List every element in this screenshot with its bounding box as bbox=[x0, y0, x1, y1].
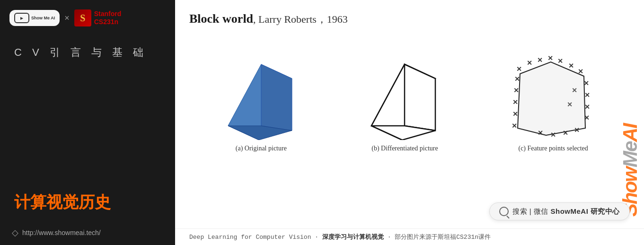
website-icon: ◇ bbox=[12, 228, 18, 238]
stanford-course: CS231n bbox=[94, 18, 122, 26]
svg-text:✕: ✕ bbox=[568, 62, 574, 70]
svg-text:✕: ✕ bbox=[538, 129, 543, 137]
page-title-bold: Block world bbox=[189, 12, 253, 26]
svg-text:✕: ✕ bbox=[537, 56, 543, 64]
svg-text:✕: ✕ bbox=[584, 91, 590, 99]
svg-text:✕: ✕ bbox=[584, 114, 590, 122]
svg-marker-6 bbox=[405, 64, 435, 131]
svg-marker-8 bbox=[518, 62, 585, 135]
svg-text:✕: ✕ bbox=[583, 79, 589, 87]
website-url: http://www.showmeai.tech/ bbox=[22, 229, 101, 236]
stanford-s-icon: S bbox=[74, 9, 91, 26]
svg-text:✕: ✕ bbox=[584, 103, 590, 111]
watermark: ShowMeAI bbox=[619, 14, 642, 217]
stanford-text: Stanford CS231n bbox=[94, 10, 122, 26]
search-icon bbox=[499, 207, 509, 216]
svg-text:✕: ✕ bbox=[513, 87, 519, 94]
block-outline-image bbox=[357, 36, 452, 140]
search-bar[interactable]: 搜索 | 微信 ShowMeAI 研究中心 bbox=[489, 202, 630, 220]
svg-text:✕: ✕ bbox=[514, 75, 520, 83]
main-content: ShowMeAI Block world, Larry Roberts，1963… bbox=[175, 0, 644, 245]
logo-area: Show Me AI × S Stanford CS231n bbox=[9, 9, 166, 26]
image-caption-b: (b) Differentiated picture bbox=[371, 145, 438, 152]
svg-text:✕: ✕ bbox=[512, 110, 518, 118]
svg-text:✕: ✕ bbox=[578, 68, 583, 75]
search-text: 搜索 | 微信 ShowMeAI 研究中心 bbox=[512, 207, 620, 216]
svg-text:✕: ✕ bbox=[557, 57, 563, 65]
sidebar: Show Me AI × S Stanford CS231n C V 引 言 与… bbox=[0, 0, 175, 245]
block-3d-image bbox=[214, 36, 309, 140]
page-title-author: , Larry Roberts，1963 bbox=[253, 13, 348, 25]
footer-bold: 深度学习与计算机视觉 bbox=[322, 234, 384, 241]
svg-text:✕: ✕ bbox=[550, 131, 556, 139]
block-features-image: ✕ ✕ ✕ ✕ ✕ ✕ ✕ ✕ ✕ ✕ ✕ ✕ ✕ ✕ ✕ bbox=[501, 36, 605, 140]
watermark-me: Me bbox=[619, 142, 642, 167]
svg-text:✕: ✕ bbox=[516, 65, 522, 73]
website-row[interactable]: ◇ http://www.showmeai.tech/ bbox=[9, 228, 101, 238]
svg-text:✕: ✕ bbox=[527, 59, 532, 67]
x-separator: × bbox=[64, 13, 70, 23]
footer-bar: Deep Learning for Computer Vision · 深度学习… bbox=[175, 228, 644, 245]
block-features-svg: ✕ ✕ ✕ ✕ ✕ ✕ ✕ ✕ ✕ ✕ ✕ ✕ ✕ ✕ ✕ bbox=[501, 36, 605, 140]
svg-text:✕: ✕ bbox=[563, 129, 568, 137]
cv-subtitle: C V 引 言 与 基 础 bbox=[9, 45, 147, 60]
svg-text:✕: ✕ bbox=[574, 126, 580, 134]
showmeai-logo: Show Me AI bbox=[9, 10, 60, 26]
svg-text:✕: ✕ bbox=[512, 98, 518, 106]
svg-marker-2 bbox=[261, 64, 292, 131]
watermark-ai: AI bbox=[619, 124, 642, 142]
main-title: 计算视觉历史 bbox=[9, 192, 111, 213]
svg-text:✕: ✕ bbox=[512, 122, 517, 130]
image-item-a: (a) Original picture bbox=[214, 36, 309, 152]
stanford-logo: S Stanford CS231n bbox=[74, 9, 122, 26]
svg-text:✕: ✕ bbox=[547, 54, 553, 62]
block-3d-svg bbox=[214, 36, 309, 140]
block-outline-svg bbox=[357, 36, 452, 140]
image-item-c: ✕ ✕ ✕ ✕ ✕ ✕ ✕ ✕ ✕ ✕ ✕ ✕ ✕ ✕ ✕ bbox=[501, 36, 605, 152]
footer-suffix: · 部分图片来源于斯坦福CS231n课件 bbox=[384, 234, 491, 241]
image-caption-c: (c) Feature points selected bbox=[518, 145, 588, 152]
showmeai-logo-text: Show Me AI bbox=[31, 16, 55, 21]
image-item-b: (b) Differentiated picture bbox=[357, 36, 452, 152]
footer-text: Deep Learning for Computer Vision · bbox=[189, 234, 322, 241]
svg-text:✕: ✕ bbox=[572, 87, 577, 94]
svg-text:✕: ✕ bbox=[567, 101, 573, 108]
page-title: Block world, Larry Roberts，1963 bbox=[189, 12, 630, 26]
showmeai-logo-icon bbox=[14, 13, 29, 23]
image-caption-a: (a) Original picture bbox=[236, 145, 287, 152]
stanford-name: Stanford bbox=[94, 10, 122, 18]
